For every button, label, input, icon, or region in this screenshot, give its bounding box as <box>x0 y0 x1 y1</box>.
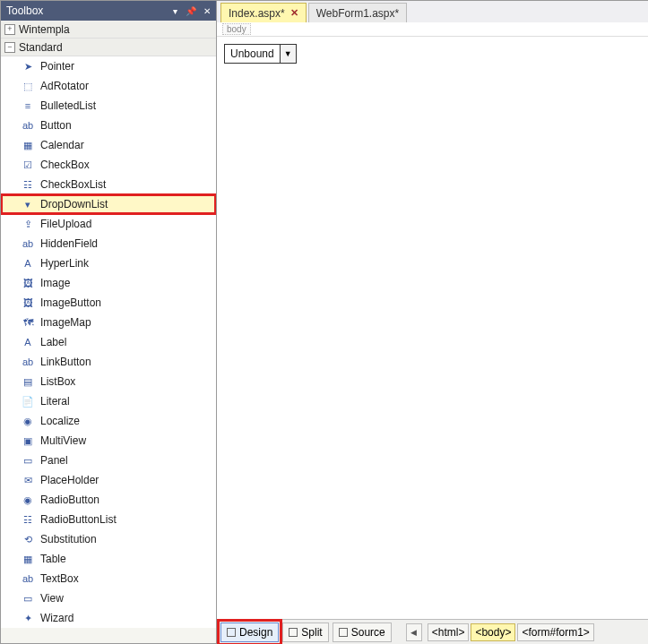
toolbox-item-radiobutton[interactable]: ◉RadioButton <box>1 490 216 510</box>
group-label: Wintempla <box>19 23 70 36</box>
breadcrumb-element[interactable]: <body> <box>471 623 515 641</box>
document-tab[interactable]: WebForm1.aspx* <box>308 3 407 22</box>
close-icon[interactable]: ✕ <box>202 5 212 16</box>
toolbox-item-label: CheckBoxList <box>40 178 106 191</box>
toolbox-item-label: HyperLink <box>40 257 89 270</box>
tag-path-crumb[interactable]: body <box>222 23 251 35</box>
toolbox-item-imagebutton[interactable]: 🖼ImageButton <box>1 293 216 313</box>
breadcrumb-element[interactable]: <form#form1> <box>517 623 593 641</box>
toolbox-item-view[interactable]: ▭View <box>1 588 216 608</box>
fileupload-icon: ⇪ <box>21 217 35 231</box>
toolbox-item-bulletedlist[interactable]: ≡BulletedList <box>1 96 216 116</box>
source-view-icon <box>339 628 348 637</box>
toolbox-item-localize[interactable]: ◉Localize <box>1 411 216 431</box>
toolbox-item-calendar[interactable]: ▦Calendar <box>1 135 216 155</box>
multiview-icon: ▣ <box>21 434 35 448</box>
radiobutton-icon: ◉ <box>21 493 35 507</box>
toolbox-item-textbox[interactable]: abTextBox <box>1 569 216 588</box>
toolbox-item-placeholder[interactable]: ✉PlaceHolder <box>1 470 216 490</box>
dropdownlist-control[interactable]: Unbound ▼ <box>224 44 297 64</box>
image-icon: 🖼 <box>21 276 35 290</box>
view-label: Split <box>301 626 322 639</box>
toolbox-item-hiddenfield[interactable]: abHiddenField <box>1 234 216 253</box>
toolbox-item-table[interactable]: ▦Table <box>1 549 216 569</box>
view-split-button[interactable]: Split <box>282 623 328 642</box>
tag-path-bar: body <box>217 22 648 37</box>
editor-area: Index.aspx*✕WebForm1.aspx* body Unbound … <box>217 0 648 644</box>
hiddenfield-icon: ab <box>21 236 35 251</box>
button-icon: ab <box>21 118 35 133</box>
toolbox-header: Toolbox ▾ 📌 ✕ <box>1 1 216 21</box>
toolbox-item-label: ImageMap <box>40 316 91 329</box>
view-design-button[interactable]: Design <box>220 623 279 642</box>
group-label: Standard <box>19 41 63 54</box>
toolbox-item-checkboxlist[interactable]: ☷CheckBoxList <box>1 175 216 194</box>
toolbox-item-dropdownlist[interactable]: ▾DropDownList <box>1 194 216 214</box>
view-icon: ▭ <box>21 591 35 605</box>
toolbox-item-label: AdRotator <box>40 80 89 92</box>
toolbox-item-label: DropDownList <box>40 198 108 210</box>
tab-label: Index.aspx* <box>229 7 285 20</box>
toolbox-item-multiview[interactable]: ▣MultiView <box>1 431 216 451</box>
toolbox-item-label: View <box>40 592 64 605</box>
toolbox-item-adrotator[interactable]: ⬚AdRotator <box>1 76 216 96</box>
toolbox-item-radiobuttonlist[interactable]: ☷RadioButtonList <box>1 510 216 529</box>
pin-icon[interactable]: 📌 <box>186 5 196 16</box>
toolbox-item-image[interactable]: 🖼Image <box>1 273 216 293</box>
toolbox-item-checkbox[interactable]: ☑CheckBox <box>1 155 216 175</box>
panel-icon: ▭ <box>21 453 35 468</box>
listbox-icon: ▤ <box>21 374 35 389</box>
view-source-button[interactable]: Source <box>333 623 392 642</box>
toolbox-item-label: Button <box>40 119 72 132</box>
toolbox-item-literal[interactable]: 📄Literal <box>1 391 216 411</box>
toolbox-title: Toolbox <box>4 4 169 17</box>
radiobuttonlist-icon: ☷ <box>21 512 35 527</box>
toolbox-item-linkbutton[interactable]: abLinkButton <box>1 352 216 372</box>
linkbutton-icon: ab <box>21 355 35 369</box>
group-wintempla[interactable]: + Wintempla <box>1 21 216 39</box>
dropdown-icon[interactable]: ▾ <box>169 5 180 16</box>
toolbox-item-label: RadioButton <box>40 494 99 506</box>
toolbox-item-label: MultiView <box>40 434 86 447</box>
toolbox-item-substitution[interactable]: ⟲Substitution <box>1 529 216 549</box>
nav-left-icon[interactable]: ◀ <box>406 623 422 641</box>
toolbox-item-label: Label <box>40 336 66 348</box>
toolbox-item-fileupload[interactable]: ⇪FileUpload <box>1 214 216 234</box>
toolbox-item-label: BulletedList <box>40 99 96 112</box>
collapse-icon[interactable]: − <box>4 42 15 53</box>
imagemap-icon: 🗺 <box>21 315 35 330</box>
checkboxlist-icon: ☷ <box>21 177 35 192</box>
hyperlink-icon: A <box>21 256 35 270</box>
design-canvas[interactable]: Unbound ▼ <box>217 37 648 619</box>
expand-icon[interactable]: + <box>4 24 15 35</box>
imagebutton-icon: 🖼 <box>21 296 35 310</box>
view-label: Design <box>239 626 272 639</box>
adrotator-icon: ⬚ <box>21 79 35 93</box>
toolbox-item-label[interactable]: ALabel <box>1 332 216 352</box>
substitution-icon: ⟲ <box>21 532 35 546</box>
toolbox-panel: Toolbox ▾ 📌 ✕ + Wintempla − Standard ➤Po… <box>0 0 217 644</box>
toolbox-body: + Wintempla − Standard ➤Pointer⬚AdRotato… <box>1 21 216 643</box>
toolbox-item-listbox[interactable]: ▤ListBox <box>1 372 216 391</box>
dropdownlist-icon: ▾ <box>21 197 35 211</box>
placeholder-icon: ✉ <box>21 473 35 487</box>
toolbox-item-label: CheckBox <box>40 159 90 171</box>
group-standard[interactable]: − Standard <box>1 39 216 56</box>
toolbox-item-label: LinkButton <box>40 356 91 368</box>
status-bar: DesignSplitSource ◀ <html><body><form#fo… <box>217 619 648 644</box>
toolbox-item-button[interactable]: abButton <box>1 116 216 135</box>
toolbox-item-panel[interactable]: ▭Panel <box>1 451 216 470</box>
toolbox-item-wizard[interactable]: ✦Wizard <box>1 608 216 628</box>
view-buttons: DesignSplitSource <box>220 623 392 642</box>
toolbox-item-label: TextBox <box>40 572 79 585</box>
document-tab[interactable]: Index.aspx*✕ <box>220 3 307 22</box>
breadcrumb-element[interactable]: <html> <box>428 623 470 641</box>
toolbox-item-pointer[interactable]: ➤Pointer <box>1 56 216 76</box>
pointer-icon: ➤ <box>21 59 35 73</box>
toolbox-item-imagemap[interactable]: 🗺ImageMap <box>1 313 216 332</box>
close-icon[interactable]: ✕ <box>290 7 298 19</box>
toolbox-item-label: Localize <box>40 415 80 427</box>
document-tabs: Index.aspx*✕WebForm1.aspx* <box>217 1 648 22</box>
toolbox-item-hyperlink[interactable]: AHyperLink <box>1 253 216 273</box>
chevron-down-icon[interactable]: ▼ <box>280 45 296 63</box>
